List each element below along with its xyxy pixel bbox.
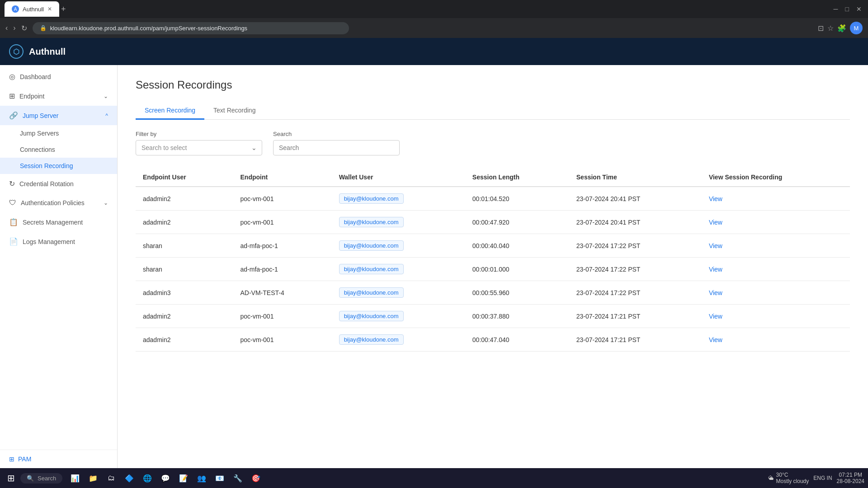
bookmark-button[interactable]: ☆ [827,22,834,34]
sidebar-item-logs-management[interactable]: 📄 Logs Management [0,232,117,251]
jump-server-chevron-icon: ^ [105,113,108,119]
taskbar-icon-app2[interactable]: 🎯 [249,471,263,485]
pam-label: PAM [18,455,31,463]
lock-icon: 🔒 [40,25,47,31]
wallet-badge: bijay@kloudone.com [339,287,404,298]
taskbar-time-display: 07:21 PM [837,472,864,478]
sidebar-sub-session-recording[interactable]: Session Recording [0,158,117,174]
profile-avatar[interactable]: M [850,22,863,34]
pam-link[interactable]: ⊞ PAM [9,455,108,463]
cell-session-length: 00:00:55.960 [465,281,569,305]
cell-view-link: View [702,234,850,258]
wallet-badge: bijay@kloudone.com [339,264,404,274]
sidebar-item-credential-rotation[interactable]: ↻ Credential Rotation [0,174,117,193]
taskbar-icon-outlook[interactable]: 📧 [212,471,227,485]
taskbar-icon-dev[interactable]: 🔷 [122,471,137,485]
endpoint-chevron-icon: ⌄ [104,93,108,99]
sidebar-item-authentication-policies[interactable]: 🛡 Authentication Policies ⌄ [0,193,117,212]
cell-endpoint-user: adadmin2 [136,305,233,328]
taskbar-icon-whatsapp[interactable]: 💬 [158,471,173,485]
tab-close-button[interactable]: ✕ [47,6,52,12]
taskbar-icon-vscode[interactable]: 📝 [176,471,191,485]
jump-server-icon: 🔗 [9,111,18,120]
taskbar-icon-files[interactable]: 📁 [86,471,100,485]
extensions-button[interactable]: 🧩 [837,22,846,34]
cell-wallet-user: bijay@kloudone.com [332,281,465,305]
cast-button[interactable]: ⊡ [818,22,824,34]
app-header: ⬡ Authnull [0,38,868,65]
sidebar-item-jump-server[interactable]: 🔗 Jump Server ^ [0,106,117,125]
taskbar-icon-chrome[interactable]: 🌐 [140,471,155,485]
cell-view-link: View [702,305,850,328]
session-recordings-table: Endpoint User Endpoint Wallet User Sessi… [136,168,850,352]
col-endpoint-user: Endpoint User [136,168,233,187]
col-wallet-user: Wallet User [332,168,465,187]
cell-endpoint-user: adadmin2 [136,211,233,234]
forward-button[interactable]: › [13,24,15,32]
minimize-button[interactable]: ─ [832,4,840,14]
url-bar[interactable]: 🔒 kloudlearn.kloudone.prod.authnull.com/… [33,22,349,34]
cell-session-length: 00:00:47.920 [465,211,569,234]
tab-text-recording[interactable]: Text Recording [204,102,264,120]
new-tab-button[interactable]: + [61,5,66,14]
weather-icon: 🌥 [768,475,774,481]
view-session-link[interactable]: View [709,242,722,249]
cell-endpoint: poc-vm-001 [233,305,332,328]
close-button[interactable]: ✕ [854,4,863,14]
view-session-link[interactable]: View [709,289,722,296]
view-session-link[interactable]: View [709,336,722,343]
table-row: adadmin2 poc-vm-001 bijay@kloudone.com 0… [136,211,850,234]
sidebar-label-logs-management: Logs Management [23,238,75,245]
sidebar-sub-label-connections: Connections [20,146,55,153]
tab-screen-recording[interactable]: Screen Recording [136,102,204,120]
taskbar-icon-widgets[interactable]: 📊 [68,471,82,485]
search-label: Search [273,131,400,137]
tab-bar: Screen Recording Text Recording [136,102,850,120]
tab-label: Authnull [23,6,44,13]
cell-endpoint-user: sharan [136,234,233,258]
view-session-link[interactable]: View [709,266,722,273]
app-name: Authnull [29,47,66,57]
sidebar-item-dashboard[interactable]: ◎ Dashboard [0,67,117,86]
taskbar-icon-teams[interactable]: 👥 [194,471,209,485]
view-session-link[interactable]: View [709,313,722,320]
sidebar-label-endpoint: Endpoint [19,93,44,100]
reload-button[interactable]: ↻ [21,24,27,33]
maximize-button[interactable]: □ [844,4,851,14]
search-input[interactable] [273,140,400,155]
sidebar-sub-connections[interactable]: Connections [0,141,117,158]
taskbar-search[interactable]: 🔍 Search [20,473,62,483]
logo-symbol: ⬡ [13,47,19,56]
taskbar: ⊞ 🔍 Search 📊 📁 🗂 🔷 🌐 💬 📝 👥 📧 🔧 🎯 🌥 30°C … [0,468,868,488]
back-button[interactable]: ‹ [5,24,8,32]
table-header: Endpoint User Endpoint Wallet User Sessi… [136,168,850,187]
search-group: Search [273,131,400,155]
app-logo: ⬡ Authnull [9,44,66,59]
sidebar-item-endpoint[interactable]: ⊞ Endpoint ⌄ [0,86,117,106]
cell-session-time: 23-07-2024 17:22 PST [569,258,702,281]
taskbar-icon-studio[interactable]: 🔧 [231,471,245,485]
browser-tab-active[interactable]: A Authnull ✕ [5,1,59,17]
content-area: Session Recordings Screen Recording Text… [118,65,868,468]
col-view-session: View Session Recording [702,168,850,187]
start-button[interactable]: ⊞ [4,471,19,485]
weather-desc: Mostly cloudy [776,478,809,484]
cell-session-time: 23-07-2024 17:21 PST [569,328,702,352]
taskbar-date-display: 28-08-2024 [837,478,864,484]
sidebar-sub-jump-servers[interactable]: Jump Servers [0,125,117,141]
endpoint-icon: ⊞ [9,92,15,100]
credential-rotation-icon: ↻ [9,179,15,188]
view-session-link[interactable]: View [709,195,722,202]
page-title: Session Recordings [136,79,850,91]
wallet-badge: bijay@kloudone.com [339,217,404,227]
sidebar-item-secrets-management[interactable]: 📋 Secrets Management [0,212,117,232]
cell-wallet-user: bijay@kloudone.com [332,305,465,328]
table-header-row: Endpoint User Endpoint Wallet User Sessi… [136,168,850,187]
sidebar: ◎ Dashboard ⊞ Endpoint ⌄ 🔗 Jump Server ^… [0,65,118,468]
view-session-link[interactable]: View [709,219,722,226]
col-session-time: Session Time [569,168,702,187]
filter-select[interactable]: Search to select [136,140,262,155]
wallet-badge: bijay@kloudone.com [339,311,404,321]
taskbar-icon-file-explorer[interactable]: 🗂 [104,471,118,485]
window-controls: ─ □ ✕ [832,4,863,14]
